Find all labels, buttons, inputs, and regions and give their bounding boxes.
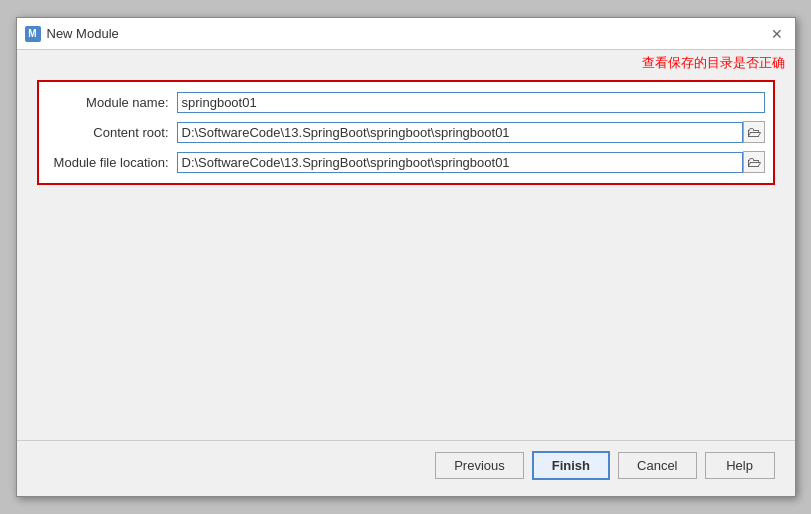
- annotation-text: 查看保存的目录是否正确: [642, 54, 785, 72]
- module-name-label: Module name:: [47, 95, 177, 110]
- title-bar: M New Module ✕: [17, 18, 795, 50]
- help-button[interactable]: Help: [705, 452, 775, 479]
- content-root-browse-button[interactable]: 🗁: [743, 121, 765, 143]
- content-root-input-wrap: [177, 122, 743, 143]
- title-bar-left: M New Module: [25, 26, 119, 42]
- previous-button[interactable]: Previous: [435, 452, 524, 479]
- dialog-footer: Previous Finish Cancel Help: [17, 440, 795, 496]
- module-name-row: Module name:: [47, 92, 765, 113]
- module-file-row: Module file location: 🗁: [47, 151, 765, 173]
- module-name-input-wrap: [177, 92, 765, 113]
- finish-button[interactable]: Finish: [532, 451, 610, 480]
- module-file-label: Module file location:: [47, 155, 177, 170]
- module-name-input[interactable]: [182, 95, 760, 110]
- cancel-button[interactable]: Cancel: [618, 452, 696, 479]
- form-section: Module name: Content root: 🗁 Module file…: [37, 80, 775, 185]
- dialog-body: 查看保存的目录是否正确 Module name: Content root: 🗁…: [17, 50, 795, 440]
- module-file-input[interactable]: [182, 155, 738, 170]
- content-root-input[interactable]: [182, 125, 738, 140]
- module-file-browse-button[interactable]: 🗁: [743, 151, 765, 173]
- new-module-dialog: M New Module ✕ 查看保存的目录是否正确 Module name: …: [16, 17, 796, 497]
- close-button[interactable]: ✕: [767, 24, 787, 44]
- dialog-icon: M: [25, 26, 41, 42]
- dialog-title: New Module: [47, 26, 119, 41]
- content-root-row: Content root: 🗁: [47, 121, 765, 143]
- dialog-spacer: [37, 185, 775, 430]
- module-file-input-wrap: [177, 152, 743, 173]
- content-root-label: Content root:: [47, 125, 177, 140]
